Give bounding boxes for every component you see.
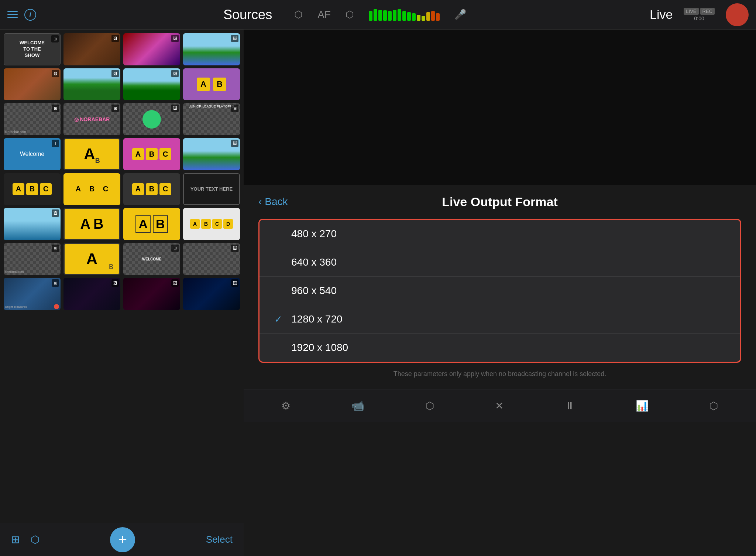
source-thumb-eagle[interactable]: 🖼 xyxy=(4,208,61,240)
source-thumb-abc-dark2[interactable]: A B C xyxy=(123,173,180,205)
source-thumb-photo-people[interactable]: 🖼 xyxy=(183,243,240,275)
source-thumb-skyline[interactable]: 🖼 xyxy=(63,68,120,100)
volume-bar xyxy=(402,11,406,21)
select-button[interactable]: Select xyxy=(206,534,233,545)
volume-bar xyxy=(378,10,382,21)
source-thumb-abcd[interactable]: A B C D xyxy=(183,208,240,240)
format-note: These parameters only apply when no broa… xyxy=(258,370,741,378)
c-tile2: C xyxy=(159,148,171,160)
your-text-label: YOUR TEXT HERE xyxy=(190,186,233,192)
format-item-640x360[interactable]: 640 x 360 xyxy=(260,248,740,277)
c-tile5: C xyxy=(159,183,171,195)
source-thumb-city1[interactable]: 🖼 xyxy=(183,33,240,65)
source-thumb-welcome-small[interactable]: ⊞ WELCOME xyxy=(123,243,180,275)
top-bar-right: Live LIVE REC 0:00 xyxy=(608,3,749,26)
format-label: 1920 x 1080 xyxy=(291,342,348,354)
top-bar: i Sources ⬡ AF ⬡ 🎤 Live LIVE REC 0:00 xyxy=(0,0,756,30)
a-tile3: A xyxy=(13,183,24,195)
info-icon[interactable]: i xyxy=(24,9,36,21)
volume-bar xyxy=(417,15,420,21)
badge-layers3: ⊞ xyxy=(171,245,179,252)
source-thumb-ab-big[interactable]: A B xyxy=(63,208,120,240)
badge-image: 🖼 xyxy=(171,105,179,112)
source-thumb-checker1[interactable]: ⊞ Noraebar.com xyxy=(4,103,61,135)
source-thumb-concert2[interactable]: 🖼 xyxy=(123,33,180,65)
format-item-1920x1080[interactable]: 1920 x 1080 xyxy=(260,334,740,362)
bright-treasures-label: Bright Treasures xyxy=(5,305,27,308)
source-thumb-ab-outline[interactable]: A B xyxy=(123,208,180,240)
source-thumb-blue-concert[interactable]: 🖼 xyxy=(183,278,240,310)
source-thumb-your-text[interactable]: YOUR TEXT HERE xyxy=(183,173,240,205)
b-tile4: B xyxy=(86,183,98,195)
badge-layers2: ⊞ xyxy=(52,245,59,252)
close-icon[interactable]: ✕ xyxy=(495,400,504,412)
record-button[interactable] xyxy=(726,3,749,26)
source-thumb-playoffs[interactable]: ⊞ JUNIOR LEAGUE PLAYOFFS xyxy=(183,103,240,135)
top-bar-left: i xyxy=(7,9,81,21)
source-thumb-welcome[interactable]: ⊞ WELCOMETO THESHOW xyxy=(4,33,61,65)
af-button[interactable]: AF xyxy=(317,9,331,21)
source-thumb-ab-yellow[interactable]: A B xyxy=(183,68,240,100)
source-thumb-abc-dark1[interactable]: A B C xyxy=(4,173,61,205)
source-thumb-concert-lights[interactable]: 🖼 xyxy=(123,278,180,310)
back-button[interactable]: ‹ Back xyxy=(258,196,288,208)
source-thumb-waterway[interactable]: 🖼 xyxy=(123,68,180,100)
big-a-dark: A xyxy=(86,250,97,268)
preview-area xyxy=(244,30,756,185)
badge-layers: ⊞ xyxy=(111,105,119,112)
menu-icon[interactable] xyxy=(7,11,18,18)
volume-bar xyxy=(369,11,372,21)
timer: 0:00 xyxy=(694,16,704,21)
source-thumb-welcome-blue[interactable]: T Welcome xyxy=(4,138,61,170)
right-bottom-toolbar: ⚙ 📹 ⬡ ✕ ⏸ 📊 ⬡ xyxy=(244,389,756,422)
list-view-icon[interactable]: ⬡ xyxy=(31,533,39,546)
source-thumb-abc-magenta[interactable]: A B C xyxy=(123,138,180,170)
share-icon[interactable]: ⬡ xyxy=(346,9,354,20)
food-circle xyxy=(142,110,161,129)
format-item-480x270[interactable]: 480 x 270 xyxy=(260,220,740,248)
badge-image4: 🖼 xyxy=(231,245,238,252)
live-label: Live xyxy=(650,7,673,22)
volume-bar xyxy=(422,16,425,21)
format-item-1280x720[interactable]: ✓1280 x 720 xyxy=(260,305,740,334)
format-label: 480 x 270 xyxy=(291,228,337,240)
b-tile: B xyxy=(213,78,226,91)
source-thumb-abc-tiles[interactable]: A B C xyxy=(63,173,120,205)
source-thumb-noraebar[interactable]: ⊞ ◎ NORAEBAR xyxy=(63,103,120,135)
big-b2: B xyxy=(93,216,103,232)
badge-image7: 🖼 xyxy=(231,279,238,287)
format-label: 640 x 360 xyxy=(291,256,337,268)
source-thumb-bright-treasures[interactable]: ⊞ Bright Treasures xyxy=(4,278,61,310)
a-tile4: A xyxy=(72,183,84,195)
export-icon[interactable]: ⬡ xyxy=(425,400,434,412)
source-thumb-checker-logo[interactable]: ⊞ Noraebar.com xyxy=(4,243,61,275)
grid-view-icon[interactable]: ⊞ xyxy=(11,533,20,546)
a-tile6: A xyxy=(190,219,200,229)
waveform-icon[interactable]: ⏸ xyxy=(564,400,575,412)
live-output-panel: ‹ Back Live Output Format 480 x 270640 x… xyxy=(244,185,756,389)
add-button[interactable]: + xyxy=(110,527,135,552)
chart-icon[interactable]: 📊 xyxy=(636,400,649,412)
video-icon[interactable]: 📹 xyxy=(351,400,364,412)
badge-image2: 🖼 xyxy=(231,140,238,147)
source-thumb-nightclub[interactable]: 🖼 xyxy=(63,278,120,310)
source-thumb-lake[interactable]: 🖼 xyxy=(183,138,240,170)
format-label: 960 x 540 xyxy=(291,285,337,297)
noraebar-label-small: Noraebar.com xyxy=(5,130,26,134)
format-item-960x540[interactable]: 960 x 540 xyxy=(260,277,740,305)
source-thumb-food[interactable]: 🖼 xyxy=(123,103,180,135)
camera-icon[interactable]: ⬡ xyxy=(294,9,303,20)
microphone-icon[interactable]: 🎤 xyxy=(454,9,466,20)
volume-bar xyxy=(374,9,377,20)
settings-icon[interactable]: ⚙ xyxy=(281,400,291,412)
source-thumb-brick[interactable]: 🖼 xyxy=(4,68,61,100)
source-thumb-big-a-dark[interactable]: A B xyxy=(63,243,120,275)
b-tile6: B xyxy=(201,219,211,229)
source-thumb-a-yellow[interactable]: AB xyxy=(63,138,120,170)
source-thumb-concert1[interactable]: 🖼 xyxy=(63,33,120,65)
volume-bar xyxy=(388,11,392,21)
badge-image: 🖼 xyxy=(111,35,119,42)
more-icon[interactable]: ⬡ xyxy=(709,400,718,412)
page-title: Sources xyxy=(223,7,272,23)
chevron-left-icon: ‹ xyxy=(258,196,262,208)
